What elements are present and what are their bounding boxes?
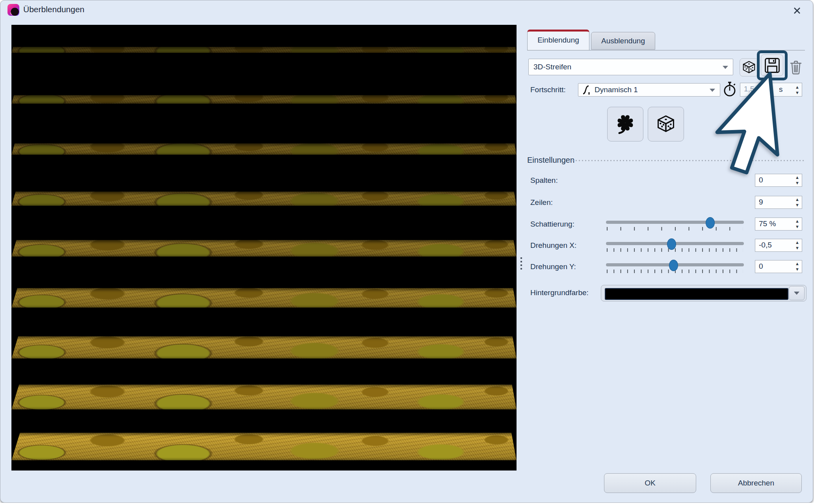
clover-icon [615,113,636,135]
drehungen-x-label: Drehungen X: [530,239,576,252]
splitter-handle[interactable] [520,257,522,270]
dialog-window: Überblendungen Einblendung Ausblendung 3… [0,0,813,503]
dropdown-arrow-icon [794,292,799,295]
spinner-arrows-icon[interactable]: ▲▼ [795,84,799,95]
progress-label: Fortschritt: [530,86,566,94]
close-icon [793,7,801,15]
preview-stripe [11,240,517,257]
preview-stripe [11,385,517,409]
dropdown-arrow-icon [710,89,715,92]
dice-icon [656,114,676,134]
random-preset-button[interactable] [740,58,758,76]
delete-preset-button[interactable] [788,59,803,76]
curve-value: Dynamisch 1 [595,86,638,94]
setting-row-schattierung: Schattierung: 75 % ▲▼ [530,218,806,231]
slider-track[interactable] [606,221,744,224]
spinner-arrows-icon[interactable]: ▲▼ [795,240,799,251]
slider-thumb[interactable] [669,260,678,271]
drehungen-y-spinbox[interactable]: 0 ▲▼ [755,260,802,273]
preview-stripe [11,143,517,155]
curve-combobox[interactable]: Dynamisch 1 [578,83,720,97]
preview-stripe [11,288,517,308]
zeilen-label: Zeilen: [530,196,553,209]
spinner-arrows-icon[interactable]: ▲▼ [795,175,799,186]
preview-stripe [11,433,517,460]
preview-stripe [11,95,517,104]
close-button[interactable] [790,4,804,17]
trash-icon [790,60,802,75]
random-dice-button[interactable] [648,107,684,141]
lucky-clover-button[interactable] [607,107,643,141]
setting-row-spalten: Spalten: 0 ▲▼ [530,174,806,187]
preview-canvas [11,25,517,471]
save-button-highlight [757,50,788,80]
drehungen-x-slider[interactable] [606,239,744,252]
spalten-label: Spalten: [530,174,558,187]
app-icon [7,4,19,16]
tab-einblendung[interactable]: Einblendung [527,30,589,50]
drehungen-y-label: Drehungen Y: [530,260,576,273]
curve-icon [582,85,591,95]
dice-icon [742,60,756,75]
ok-button[interactable]: OK [604,473,696,493]
schattierung-label: Schattierung: [530,218,574,231]
background-color-button[interactable] [601,285,807,301]
slider-thumb[interactable] [667,238,676,250]
stopwatch-icon [723,82,736,97]
spinner-arrows-icon[interactable]: ▲▼ [795,218,799,229]
preset-value: 3D-Streifen [533,63,571,71]
cursor-pointer [770,74,771,74]
spinner-arrows-icon[interactable]: ▲▼ [795,261,799,272]
preview-stripe [11,47,517,53]
spalten-spinbox[interactable]: 0 ▲▼ [755,174,802,187]
slider-ticks [607,227,743,231]
window-title: Überblendungen [23,5,84,14]
setting-row-drehungen-y: Drehungen Y: 0 ▲▼ [530,260,806,273]
settings-separator [572,160,805,161]
title-bar: Überblendungen [0,0,813,20]
drehungen-y-slider[interactable] [606,260,744,273]
color-dropdown-button[interactable] [789,286,805,300]
tab-ausblendung[interactable]: Ausblendung [591,32,655,50]
slider-ticks [607,248,743,252]
schattierung-spinbox[interactable]: 75 % ▲▼ [755,218,802,231]
settings-header: Einstellungen [527,156,574,165]
cancel-button[interactable]: Abbrechen [710,473,802,493]
setting-row-drehungen-x: Drehungen X: -0,5 ▲▼ [530,239,806,252]
preset-combobox[interactable]: 3D-Streifen [528,59,733,75]
schattierung-slider[interactable] [606,218,744,231]
zeilen-spinbox[interactable]: 9 ▲▼ [755,196,802,209]
drehungen-x-spinbox[interactable]: -0,5 ▲▼ [755,239,802,252]
dropdown-arrow-icon [723,66,728,69]
preview-stripe [11,192,517,206]
preview-stripe [11,336,517,358]
spinner-arrows-icon[interactable]: ▲▼ [795,197,799,208]
color-swatch [605,288,788,300]
slider-thumb[interactable] [706,217,715,229]
setting-row-zeilen: Zeilen: 9 ▲▼ [530,196,806,209]
duration-unit: s [779,85,783,94]
hintergrundfarbe-label: Hintergrundfarbe: [530,288,589,297]
